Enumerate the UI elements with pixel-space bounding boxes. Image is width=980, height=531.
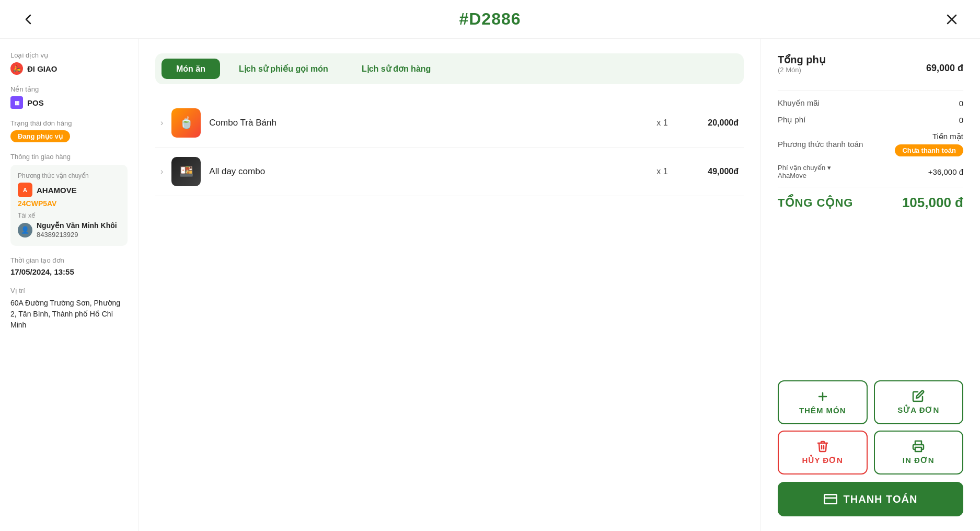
delivery-method-label: Phương thức vận chuyển [18, 172, 120, 179]
surcharge-row: Phụ phí 0 [778, 115, 963, 125]
discount-value: 0 [959, 99, 963, 108]
back-button[interactable] [21, 12, 36, 27]
subtotal-items: (2 Món) [778, 66, 826, 74]
platform-value: ▦ POS [10, 96, 128, 109]
payment-method-value: Tiền mặt [932, 132, 963, 141]
subtotal-label: Tổng phụ [778, 53, 826, 66]
action-buttons: THÊM MÓN SỬA ĐƠN HỦY ĐƠN [778, 380, 963, 474]
summary-section: Tổng phụ (2 Món) 69,000 đ Khuyến mãi 0 P… [778, 53, 963, 380]
close-button[interactable] [944, 12, 959, 27]
print-order-button[interactable]: IN ĐƠN [874, 431, 964, 474]
total-label: TỔNG CỘNG [778, 196, 853, 210]
total-row: TỔNG CỘNG 105,000 đ [778, 195, 963, 211]
subtotal-row: Tổng phụ (2 Món) 69,000 đ [778, 53, 963, 83]
surcharge-label: Phụ phí [778, 115, 805, 125]
ahamove-name: AHAMOVE [37, 186, 77, 195]
delivery-info-box: Phương thức vận chuyển A AHAMOVE 24CWP5A… [10, 165, 128, 246]
discount-row: Khuyến mãi 0 [778, 98, 963, 108]
center-area: Món ăn Lịch sử phiếu gọi món Lịch sử đơn… [139, 39, 760, 531]
divider-2 [778, 187, 963, 187]
chevron-right-icon[interactable]: › [160, 118, 163, 128]
order-status-section: Trạng thái đơn hàng Đang phục vụ [10, 119, 128, 142]
sidebar: Loại dịch vụ 🛵 ĐI GIAO Nền tảng ▦ POS Tr… [0, 39, 139, 531]
created-time-value: 17/05/2024, 13:55 [10, 267, 128, 276]
payment-method-value-group: Tiền mặt Chưa thanh toán [895, 132, 963, 156]
tabs-container: Món ăn Lịch sử phiếu gọi món Lịch sử đơn… [155, 53, 744, 84]
payment-icon [824, 492, 837, 506]
delivery-info-label: Thông tin giao hàng [10, 153, 128, 161]
payment-method-label: Phương thức thanh toán [778, 140, 863, 149]
chevron-right-icon[interactable]: › [160, 167, 163, 176]
order-status-label: Trạng thái đơn hàng [10, 119, 128, 127]
print-icon [912, 440, 925, 453]
add-item-button[interactable]: THÊM MÓN [778, 380, 868, 424]
right-panel: Tổng phụ (2 Món) 69,000 đ Khuyến mãi 0 P… [760, 39, 980, 531]
shipping-provider: AhaMove [778, 172, 831, 179]
subtotal-value: 69,000 đ [926, 63, 963, 74]
subtotal-label-group: Tổng phụ (2 Món) [778, 53, 826, 83]
item-image-1: 🍵 [171, 108, 201, 138]
svg-rect-2 [915, 447, 921, 451]
location-section: Vị trí 60A Đường Trường Sơn, Phường 2, T… [10, 287, 128, 331]
item-price-2: 49,000đ [686, 167, 739, 176]
location-value: 60A Đường Trường Sơn, Phường 2, Tân Bình… [10, 298, 128, 331]
item-price-1: 20,000đ [686, 118, 739, 128]
main-content: Loại dịch vụ 🛵 ĐI GIAO Nền tảng ▦ POS Tr… [0, 39, 980, 531]
created-time-label: Thời gian tạo đơn [10, 256, 128, 264]
edit-order-button[interactable]: SỬA ĐƠN [874, 380, 964, 424]
tab-lich-su-phieu[interactable]: Lịch sử phiếu gọi món [224, 59, 343, 79]
location-label: Vị trí [10, 287, 128, 295]
service-type-section: Loại dịch vụ 🛵 ĐI GIAO [10, 51, 128, 75]
item-name-1: Combo Trà Bánh [209, 118, 638, 128]
trash-icon [816, 440, 829, 453]
cancel-order-button[interactable]: HỦY ĐƠN [778, 431, 868, 474]
ahamove-row: A AHAMOVE [18, 183, 120, 197]
created-time-section: Thời gian tạo đơn 17/05/2024, 13:55 [10, 256, 128, 276]
payment-status-badge: Chưa thanh toán [895, 144, 963, 156]
discount-label: Khuyến mãi [778, 98, 820, 108]
header: #D2886 [0, 0, 980, 39]
shipping-fee-label[interactable]: Phí vận chuyển ▾ [778, 164, 831, 172]
driver-label: Tài xế [18, 212, 120, 219]
delivery-info-section: Thông tin giao hàng Phương thức vận chuy… [10, 153, 128, 246]
tab-lich-su-don[interactable]: Lịch sử đơn hàng [347, 59, 445, 79]
shipping-fee-label-group: Phí vận chuyển ▾ AhaMove [778, 164, 831, 179]
service-type-label: Loại dịch vụ [10, 51, 128, 59]
shipping-fee-value: +36,000 đ [928, 167, 963, 176]
driver-name: Nguyễn Văn Minh Khôi [37, 221, 117, 230]
driver-icon: 👤 [18, 223, 32, 238]
platform-label: Nền tảng [10, 85, 128, 93]
ahamove-code: 24CWP5AV [18, 199, 120, 208]
service-type-value: 🛵 ĐI GIAO [10, 62, 128, 75]
driver-info: Nguyễn Văn Minh Khôi 84389213929 [37, 221, 117, 239]
dropdown-icon: ▾ [827, 164, 831, 172]
pos-icon: ▦ [10, 96, 23, 109]
payment-method-row: Phương thức thanh toán Tiền mặt Chưa tha… [778, 132, 963, 156]
edit-icon [912, 390, 925, 402]
ahamove-icon: A [18, 183, 32, 197]
driver-row: 👤 Nguyễn Văn Minh Khôi 84389213929 [18, 221, 120, 239]
platform-section: Nền tảng ▦ POS [10, 85, 128, 109]
plus-icon [816, 390, 829, 403]
pay-button[interactable]: THANH TOÁN [778, 482, 963, 516]
driver-phone: 84389213929 [37, 231, 117, 239]
divider [778, 91, 963, 91]
surcharge-value: 0 [959, 116, 963, 125]
tab-mon-an[interactable]: Món ăn [162, 59, 220, 79]
page-title: #D2886 [459, 9, 521, 29]
item-qty-1: x 1 [647, 118, 678, 128]
status-badge: Đang phục vụ [10, 130, 70, 142]
shipping-fee-row: Phí vận chuyển ▾ AhaMove +36,000 đ [778, 164, 963, 179]
table-row: › 🍵 Combo Trà Bánh x 1 20,000đ [155, 99, 744, 148]
item-image-2: 🍱 [171, 157, 201, 186]
item-qty-2: x 1 [647, 167, 678, 176]
total-value: 105,000 đ [902, 195, 963, 211]
item-name-2: All day combo [209, 166, 638, 177]
delivery-icon: 🛵 [10, 62, 23, 75]
table-row: › 🍱 All day combo x 1 49,000đ [155, 148, 744, 196]
svg-rect-3 [824, 494, 837, 503]
